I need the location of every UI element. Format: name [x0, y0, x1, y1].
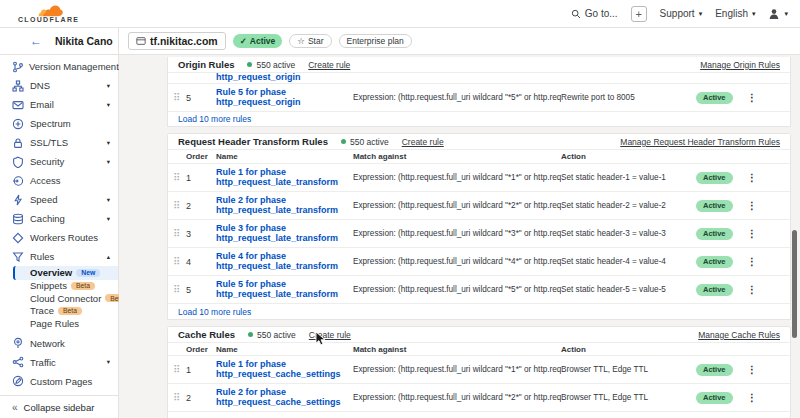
sidebar-item-snippets[interactable]: Snippets Beta	[0, 280, 118, 293]
sidebar-item-label: Overview	[30, 267, 72, 278]
sidebar-item-workers-routes[interactable]: Workers Routes	[0, 228, 118, 247]
create-rule-link[interactable]: Create rule	[309, 330, 351, 340]
table-column-headers: Order Name Match against Action	[168, 150, 790, 164]
main-content: Origin Rules 550 active Create rule Mana…	[119, 55, 800, 418]
zone-selector[interactable]: tf.nikitac.com	[128, 32, 226, 50]
cloudflare-logo[interactable]: CLOUDFLARE	[18, 5, 79, 23]
create-rule-link[interactable]: Create rule	[402, 137, 444, 147]
load-more-link[interactable]: Load 10 more rules	[168, 304, 790, 319]
sidebar: Version Management DNS ▾ Email ▾ Spectru…	[0, 55, 119, 418]
lightning-icon	[12, 194, 25, 206]
new-badge: New	[76, 269, 100, 277]
sidebar-item-label: Caching	[30, 213, 65, 224]
load-more-link[interactable]: Load 10 more rules	[168, 111, 790, 126]
drag-handle-icon[interactable]: ⠿	[173, 201, 186, 211]
kebab-menu-icon[interactable]: ⋮	[747, 92, 757, 103]
rule-name-link[interactable]: http_request_origin	[216, 73, 353, 83]
sidebar-item-spectrum[interactable]: Spectrum	[0, 114, 118, 133]
plan-badge: Enterprise plan	[339, 34, 412, 48]
user-icon	[768, 8, 780, 20]
drag-handle-icon[interactable]: ⠿	[173, 229, 186, 239]
add-site-button[interactable]: +	[631, 6, 647, 22]
sidebar-item-dns[interactable]: DNS ▾	[0, 76, 118, 95]
kebab-menu-icon[interactable]: ⋮	[747, 200, 757, 211]
chevron-down-icon: ▾	[107, 196, 110, 204]
access-icon	[12, 175, 25, 187]
transform-rules-card: Request Header Transform Rules 550 activ…	[167, 133, 791, 320]
rule-expression: Expression: (http.request.full_uri wildc…	[353, 229, 561, 238]
user-menu[interactable]: ▾	[768, 8, 788, 20]
rule-name-link[interactable]: Rule 4 for phase http_request_late_trans…	[216, 252, 353, 271]
sidebar-item-caching[interactable]: Caching ▾	[0, 209, 118, 228]
network-pin-icon	[12, 337, 25, 349]
sidebar-item-trace[interactable]: Trace Beta	[0, 305, 118, 318]
star-button[interactable]: ☆ Star	[289, 34, 331, 48]
rule-name-link[interactable]: Rule 5 for phase http_request_late_trans…	[216, 280, 353, 299]
sidebar-item-speed[interactable]: Speed ▾	[0, 190, 118, 209]
rule-name-line2: http_request_origin	[216, 98, 353, 108]
drag-handle-icon[interactable]: ⠿	[173, 365, 186, 375]
sidebar-item-label: Snippets	[30, 280, 67, 291]
active-count-dot	[247, 62, 252, 67]
rule-expression: Expression: (http.request.full_uri wildc…	[353, 93, 561, 102]
sidebar-item-rules[interactable]: Rules ▴	[0, 247, 118, 266]
sidebar-item-network[interactable]: Network	[0, 334, 118, 353]
rule-name-link[interactable]: Rule 3 for phase http_request_late_trans…	[216, 224, 353, 243]
kebab-menu-icon[interactable]: ⋮	[747, 172, 757, 183]
chevron-down-icon: ▾	[107, 158, 110, 166]
sidebar-item-access[interactable]: Access	[0, 171, 118, 190]
rule-name-link[interactable]: Rule 5 for phase http_request_origin	[216, 88, 353, 107]
sidebar-item-traffic[interactable]: Traffic ▾	[0, 353, 118, 372]
sidebar-item-ssl-tls[interactable]: SSL/TLS ▾	[0, 133, 118, 152]
create-rule-link[interactable]: Create rule	[308, 60, 350, 70]
table-row-partial: http_request_origin	[168, 73, 790, 84]
drag-handle-icon[interactable]: ⠿	[173, 257, 186, 267]
sidebar-item-label: Page Rules	[30, 318, 79, 329]
traffic-share-icon	[12, 356, 25, 368]
sidebar-item-label: Rules	[30, 251, 54, 262]
sidebar-item-cloud-connector[interactable]: Cloud Connector Beta	[0, 292, 118, 305]
kebab-menu-icon[interactable]: ⋮	[747, 228, 757, 239]
status-badge: Active	[696, 364, 733, 376]
language-label: English	[715, 8, 748, 19]
chevron-down-icon: ▾	[107, 139, 110, 147]
sidebar-item-email[interactable]: Email ▾	[0, 95, 118, 114]
manage-cache-rules-link[interactable]: Manage Cache Rules	[698, 330, 780, 340]
drag-handle-icon[interactable]: ⠿	[173, 393, 186, 403]
collapse-chevrons-icon: «	[12, 402, 18, 413]
vertical-scrollbar-thumb[interactable]	[792, 230, 797, 338]
account-breadcrumb[interactable]: ← Nikita Cano	[0, 28, 119, 54]
rule-name-link[interactable]: Rule 2 for phase http_request_cache_sett…	[216, 388, 353, 407]
rule-order: 1	[186, 365, 216, 375]
sidebar-item-overview[interactable]: Overview New	[13, 266, 118, 280]
back-arrow-icon[interactable]: ←	[30, 34, 42, 48]
sidebar-item-security[interactable]: Security ▾	[0, 152, 118, 171]
kebab-menu-icon[interactable]: ⋮	[747, 256, 757, 267]
manage-origin-rules-link[interactable]: Manage Origin Rules	[700, 60, 780, 70]
drag-handle-icon[interactable]: ⠿	[173, 173, 186, 183]
sidebar-item-version-management[interactable]: Version Management	[0, 57, 118, 76]
rule-name-link[interactable]: Rule 2 for phase http_request_late_trans…	[216, 196, 353, 215]
shield-icon	[12, 156, 25, 168]
table-row: ⠿ 4 Rule 4 for phase http_request_late_t…	[168, 248, 790, 276]
manage-transform-rules-link[interactable]: Manage Request Header Transform Rules	[620, 137, 780, 147]
support-menu[interactable]: Support ▾	[660, 8, 703, 19]
kebab-menu-icon[interactable]: ⋮	[747, 364, 757, 375]
rule-order: 2	[186, 393, 216, 403]
drag-handle-icon[interactable]: ⠿	[173, 285, 186, 295]
sidebar-item-page-rules[interactable]: Page Rules	[0, 317, 118, 330]
table-row: ⠿ 3 Rule 3 for phase http_request_late_t…	[168, 220, 790, 248]
collapse-sidebar-button[interactable]: « Collapse sidebar	[0, 395, 118, 418]
sidebar-item-label: Access	[30, 175, 61, 186]
kebab-menu-icon[interactable]: ⋮	[747, 284, 757, 295]
rule-name-link[interactable]: Rule 1 for phase http_request_late_trans…	[216, 168, 353, 187]
goto-search[interactable]: Go to...	[571, 8, 618, 19]
kebab-menu-icon[interactable]: ⋮	[747, 392, 757, 403]
star-label: Star	[308, 36, 324, 46]
language-menu[interactable]: English ▾	[715, 8, 755, 19]
drag-handle-icon[interactable]: ⠿	[173, 93, 186, 103]
rule-name-link[interactable]: Rule 1 for phase http_request_cache_sett…	[216, 360, 353, 379]
sidebar-item-custom-pages[interactable]: Custom Pages	[0, 372, 118, 391]
table-row: ⠿ 5 Rule 5 for phase http_request_origin…	[168, 84, 790, 111]
rule-action: Set static header-2 = value-2	[561, 201, 696, 210]
